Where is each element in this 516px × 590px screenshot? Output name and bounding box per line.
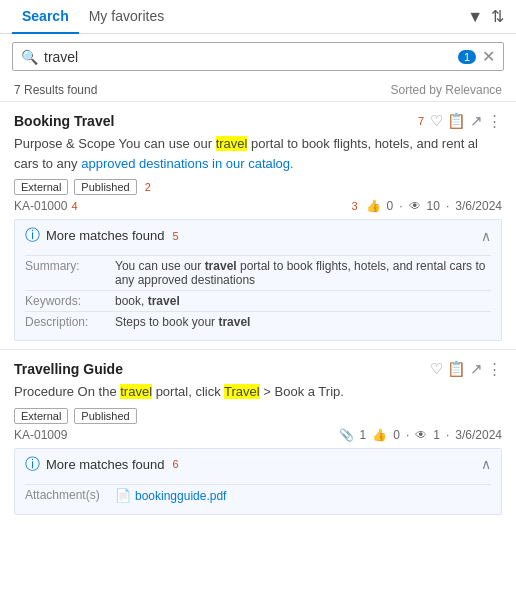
card2-tag-external: External xyxy=(14,408,68,424)
card2-highlight-travel: travel xyxy=(120,384,152,399)
card2-body: Procedure On the travel portal, click Tr… xyxy=(14,382,502,402)
card1-votes: 0 xyxy=(387,199,394,213)
card2-title[interactable]: Travelling Guide xyxy=(14,361,123,377)
toolbar-icons: ▼ ⇅ xyxy=(467,7,504,26)
card2-date: 3/6/2024 xyxy=(455,428,502,442)
card1-info-icon: ⓘ xyxy=(25,226,40,245)
result-card-2: Travelling Guide ♡ 📋 ↗ ⋮ Procedure On th… xyxy=(0,349,516,515)
card1-collapse-icon[interactable]: ∧ xyxy=(481,228,491,244)
card1-stats: 3 👍 0 · 👁 10 · 3/6/2024 xyxy=(351,199,502,213)
card2-dot1: · xyxy=(406,428,409,442)
result-card-1: Booking Travel 7 ♡ 📋 ↗ ⋮ Purpose & Scope… xyxy=(0,101,516,341)
card1-more-label: More matches found xyxy=(46,228,165,243)
card2-info-icon: ⓘ xyxy=(25,455,40,474)
card1-views: 10 xyxy=(427,199,440,213)
card1-tag-published: Published xyxy=(74,179,136,195)
card2-pdf-icon: 📄 xyxy=(115,488,131,503)
card2-more-matches: ⓘ More matches found 6 ∧ Attachment(s) 📄… xyxy=(14,448,502,515)
card2-views: 1 xyxy=(433,428,440,442)
card1-title[interactable]: Booking Travel xyxy=(14,113,114,129)
results-count: 7 Results found xyxy=(14,83,97,97)
filter-icon[interactable]: ▼ xyxy=(467,8,483,26)
card1-header: Booking Travel 7 ♡ 📋 ↗ ⋮ xyxy=(14,112,502,130)
search-bar: 🔍 1 ✕ xyxy=(12,42,504,71)
card1-match-value-keywords: book, travel xyxy=(115,294,491,308)
card1-tag-count: 2 xyxy=(145,181,151,193)
card1-more-matches-left: ⓘ More matches found 5 xyxy=(25,226,179,245)
card1-action-count: 7 xyxy=(418,115,424,127)
card1-flag-count: 3 xyxy=(351,200,357,212)
card1-meta: KA-010004 3 👍 0 · 👁 10 · 3/6/2024 xyxy=(14,199,502,213)
card2-more-matches-toggle[interactable]: ⓘ More matches found 6 ∧ xyxy=(15,449,501,480)
card1-more-matches: ⓘ More matches found 5 ∧ Summary: You ca… xyxy=(14,219,502,341)
card1-share-icon[interactable]: ↗ xyxy=(470,112,483,130)
card2-match-row-attachment: Attachment(s) 📄bookingguide.pdf xyxy=(25,484,491,506)
search-badge: 1 xyxy=(458,50,476,64)
card1-match-label-summary: Summary: xyxy=(25,259,115,287)
tab-favorites[interactable]: My favorites xyxy=(79,0,174,34)
card2-more-matches-left: ⓘ More matches found 6 xyxy=(25,455,179,474)
search-input[interactable] xyxy=(44,49,454,65)
card2-id: KA-01009 xyxy=(14,428,67,442)
card2-view-icon: 👁 xyxy=(415,428,427,442)
card2-attachment-icon: 📎 xyxy=(339,428,354,442)
card2-text-2: portal, click xyxy=(152,384,224,399)
card2-collapse-icon[interactable]: ∧ xyxy=(481,456,491,472)
card2-match-value-attachment: 📄bookingguide.pdf xyxy=(115,488,491,503)
card2-copy-icon[interactable]: 📋 xyxy=(447,360,466,378)
search-icon: 🔍 xyxy=(21,49,38,65)
card1-more-count: 5 xyxy=(173,230,179,242)
tab-search[interactable]: Search xyxy=(12,0,79,34)
card2-more-matches-body: Attachment(s) 📄bookingguide.pdf xyxy=(15,480,501,514)
card2-header: Travelling Guide ♡ 📋 ↗ ⋮ xyxy=(14,360,502,378)
card1-link-text[interactable]: approved destinations in our catalog. xyxy=(81,156,293,171)
card2-attachment-count: 1 xyxy=(360,428,367,442)
card1-match-row-keywords: Keywords: book, travel xyxy=(25,290,491,311)
card1-match-row-description: Description: Steps to book your travel xyxy=(25,311,491,332)
card1-favorite-icon[interactable]: ♡ xyxy=(430,112,443,130)
tabs-bar: Search My favorites ▼ ⇅ xyxy=(0,0,516,34)
card2-actions: ♡ 📋 ↗ ⋮ xyxy=(430,360,502,378)
card1-dot1: · xyxy=(399,199,402,213)
card1-match-value-description: Steps to book your travel xyxy=(115,315,491,329)
card2-favorite-icon[interactable]: ♡ xyxy=(430,360,443,378)
card1-view-icon: 👁 xyxy=(409,199,421,213)
card2-votes: 0 xyxy=(393,428,400,442)
card1-tag-external: External xyxy=(14,179,68,195)
results-header: 7 Results found Sorted by Relevance xyxy=(0,79,516,101)
card1-dot2: · xyxy=(446,199,449,213)
card1-text-1: Purpose & Scope You can use our xyxy=(14,136,216,151)
card2-more-icon[interactable]: ⋮ xyxy=(487,360,502,378)
card1-more-matches-toggle[interactable]: ⓘ More matches found 5 ∧ xyxy=(15,220,501,251)
card1-tags: External Published 2 xyxy=(14,179,502,195)
card2-vote-icon: 👍 xyxy=(372,428,387,442)
card2-text-1: Procedure On the xyxy=(14,384,120,399)
card2-dot2: · xyxy=(446,428,449,442)
card1-vote-icon: 👍 xyxy=(366,199,381,213)
card1-body: Purpose & Scope You can use our travel p… xyxy=(14,134,502,173)
search-clear-icon[interactable]: ✕ xyxy=(482,47,495,66)
card1-match-value-summary: You can use our travel portal to book fl… xyxy=(115,259,491,287)
card1-more-icon[interactable]: ⋮ xyxy=(487,112,502,130)
card1-match-label-keywords: Keywords: xyxy=(25,294,115,308)
card2-more-label: More matches found xyxy=(46,457,165,472)
card2-meta: KA-01009 📎 1 👍 0 · 👁 1 · 3/6/2024 xyxy=(14,428,502,442)
card2-stats: 📎 1 👍 0 · 👁 1 · 3/6/2024 xyxy=(339,428,502,442)
card1-match-row-summary: Summary: You can use our travel portal t… xyxy=(25,255,491,290)
card2-highlight-travel2: Travel xyxy=(224,384,260,399)
card2-match-label-attachment: Attachment(s) xyxy=(25,488,115,503)
card2-share-icon[interactable]: ↗ xyxy=(470,360,483,378)
card2-text-3: > Book a Trip. xyxy=(260,384,344,399)
card1-date: 3/6/2024 xyxy=(455,199,502,213)
card1-id-count: 4 xyxy=(71,200,77,212)
card1-actions: 7 ♡ 📋 ↗ ⋮ xyxy=(418,112,502,130)
card1-more-matches-body: Summary: You can use our travel portal t… xyxy=(15,251,501,340)
card1-copy-icon[interactable]: 📋 xyxy=(447,112,466,130)
card2-tags: External Published xyxy=(14,408,502,424)
card2-tag-published: Published xyxy=(74,408,136,424)
card2-pdf-link[interactable]: bookingguide.pdf xyxy=(135,489,226,503)
sorted-by-label: Sorted by Relevance xyxy=(391,83,502,97)
card1-match-label-description: Description: xyxy=(25,315,115,329)
card2-more-count: 6 xyxy=(173,458,179,470)
sort-icon[interactable]: ⇅ xyxy=(491,7,504,26)
